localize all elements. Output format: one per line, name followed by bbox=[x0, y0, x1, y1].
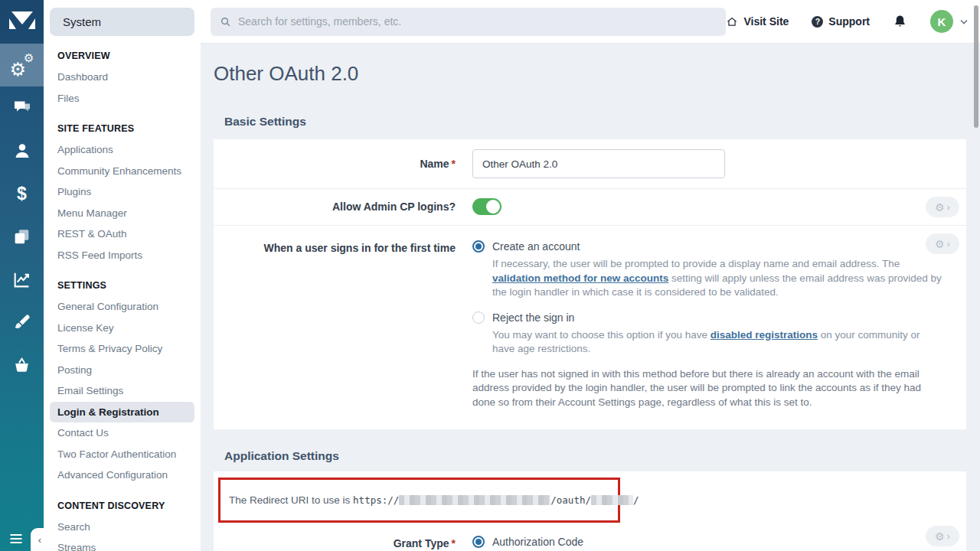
setting-options-button[interactable]: ⚙ › bbox=[926, 526, 959, 546]
sidebar-item-files[interactable]: Files bbox=[50, 88, 194, 109]
global-search[interactable] bbox=[211, 8, 726, 36]
radio-unselected-icon[interactable] bbox=[472, 311, 485, 324]
application-settings-heading: Application Settings bbox=[224, 449, 966, 463]
name-input[interactable] bbox=[472, 149, 725, 178]
sidebar-item-advanced-configuration[interactable]: Advanced Configuration bbox=[50, 465, 194, 486]
setting-row-name: Name* bbox=[214, 139, 966, 188]
rail-item-community[interactable] bbox=[0, 86, 44, 129]
sidebar-item-streams[interactable]: Streams bbox=[50, 537, 194, 551]
first-signin-note: If the user has not signed in with this … bbox=[472, 367, 952, 410]
admin-login-toggle[interactable] bbox=[472, 198, 501, 215]
required-marker: * bbox=[452, 158, 456, 170]
rail-item-stats[interactable] bbox=[0, 258, 44, 301]
sidebar-item-menu-manager[interactable]: Menu Manager bbox=[50, 203, 194, 224]
link-disabled-registrations[interactable]: disabled registrations bbox=[710, 329, 818, 341]
notifications-button[interactable] bbox=[893, 14, 907, 29]
radio-selected-icon[interactable] bbox=[472, 536, 485, 548]
sidebar-item-rest-oauth[interactable]: REST & OAuth bbox=[50, 223, 194, 245]
rail-item-system[interactable]: ⚙ ⚙ bbox=[0, 44, 44, 86]
sidebar-item-terms-privacy-policy[interactable]: Terms & Privacy Policy bbox=[50, 338, 194, 360]
topbar: Visit Site ? Support K bbox=[201, 0, 980, 44]
visit-site-link[interactable]: Visit Site bbox=[726, 15, 789, 28]
sidebar-item-general-configuration[interactable]: General Configuration bbox=[50, 296, 194, 318]
search-input[interactable] bbox=[238, 15, 717, 28]
grant-type-label: Grant Type* bbox=[214, 535, 472, 551]
pages-icon bbox=[12, 227, 31, 246]
radio-selected-icon[interactable] bbox=[472, 240, 485, 253]
section-heading: CONTENT DISCOVERY bbox=[50, 500, 194, 511]
sidebar-item-search[interactable]: Search bbox=[50, 517, 194, 538]
home-icon bbox=[726, 16, 738, 28]
account-menu[interactable]: K bbox=[930, 10, 968, 33]
topbar-right: Visit Site ? Support K bbox=[726, 10, 968, 33]
setting-options-button[interactable]: ⚙ › bbox=[926, 197, 959, 217]
url-scheme: https:// bbox=[353, 494, 399, 506]
url-path: /oauth/ bbox=[550, 494, 591, 506]
option-description: You may want to choose this option if yo… bbox=[492, 328, 952, 357]
setting-row-grant-type: Grant Type* Authorization Code Implicit … bbox=[214, 523, 966, 551]
section-heading: SITE FEATURES bbox=[50, 123, 194, 134]
dollar-icon: $ bbox=[17, 184, 27, 204]
first-signin-label: When a user signs in for the first time bbox=[214, 240, 472, 409]
setting-options-button[interactable]: ⚙ › bbox=[926, 233, 959, 254]
setting-row-admin-cp-logins: Allow Admin CP logins? ⚙ › bbox=[214, 188, 966, 225]
gear-icon: ⚙ bbox=[935, 202, 945, 213]
radio-option-authorization-code[interactable]: Authorization Code bbox=[472, 535, 952, 549]
chat-icon bbox=[12, 99, 32, 117]
sidebar-item-license-key[interactable]: License Key bbox=[50, 318, 194, 339]
admin-login-label: Allow Admin CP logins? bbox=[214, 201, 472, 213]
rail-item-pages[interactable] bbox=[0, 215, 44, 258]
invision-logo[interactable] bbox=[0, 0, 44, 44]
link-validation-method[interactable]: validation method for new accounts bbox=[492, 272, 668, 284]
sidebar-item-login-registration[interactable]: Login & Registration bbox=[50, 402, 194, 423]
brush-icon bbox=[13, 313, 31, 331]
scrollbar[interactable] bbox=[974, 5, 978, 128]
avatar[interactable]: K bbox=[930, 10, 953, 33]
sidebar-item-plugins[interactable]: Plugins bbox=[50, 181, 194, 203]
url-end: / bbox=[633, 494, 639, 506]
rail-item-commerce[interactable]: $ bbox=[0, 172, 44, 215]
sidebar-item-posting[interactable]: Posting bbox=[50, 360, 194, 381]
option-description: If necessary, the user will be prompted … bbox=[492, 257, 952, 300]
sidebar-item-applications[interactable]: Applications bbox=[50, 139, 194, 161]
section-heading: SETTINGS bbox=[50, 280, 194, 291]
sidebar: System OVERVIEW Dashboard Files SITE FEA… bbox=[44, 0, 201, 551]
app-title: System bbox=[63, 15, 101, 28]
option-label: Reject the sign in bbox=[492, 311, 952, 324]
name-field-label: Name* bbox=[214, 158, 472, 170]
invision-logo-icon bbox=[9, 11, 35, 33]
option-label: Authorization Code bbox=[492, 535, 583, 549]
setting-row-first-signin: When a user signs in for the first time … bbox=[214, 225, 966, 429]
sidebar-item-rss-feed-imports[interactable]: RSS Feed Imports bbox=[50, 245, 194, 266]
required-marker: * bbox=[452, 537, 456, 549]
basic-settings-heading: Basic Settings bbox=[224, 115, 966, 129]
chevron-right-icon: › bbox=[947, 239, 950, 249]
sidebar-collapse-button[interactable]: ‹ bbox=[31, 528, 49, 551]
sidebar-section-content-discovery: CONTENT DISCOVERY Search Streams bbox=[44, 500, 201, 551]
main-area: Visit Site ? Support K bbox=[201, 0, 980, 551]
question-icon: ? bbox=[812, 16, 823, 28]
member-icon bbox=[13, 142, 31, 160]
rail-item-customization[interactable] bbox=[0, 301, 44, 344]
sidebar-item-dashboard[interactable]: Dashboard bbox=[50, 67, 194, 88]
redirect-prefix: The Redirect URI to use is bbox=[229, 494, 350, 506]
rail-item-store[interactable] bbox=[0, 344, 44, 386]
chevron-right-icon: › bbox=[947, 531, 950, 541]
sidebar-section-overview: OVERVIEW Dashboard Files bbox=[44, 51, 201, 109]
option-label: Create an account bbox=[492, 240, 952, 253]
redacted-client-id bbox=[591, 495, 633, 505]
bell-icon bbox=[893, 14, 907, 29]
radio-option-reject-signin[interactable]: Reject the sign in You may want to choos… bbox=[472, 311, 952, 357]
rail-item-members[interactable] bbox=[0, 129, 44, 172]
sidebar-item-email-settings[interactable]: Email Settings bbox=[50, 380, 194, 402]
sidebar-item-two-factor-authentication[interactable]: Two Factor Authentication bbox=[50, 444, 194, 465]
sidebar-item-community-enhancements[interactable]: Community Enhancements bbox=[50, 161, 194, 182]
radio-option-create-account[interactable]: Create an account If necessary, the user… bbox=[472, 240, 952, 300]
app-switcher-system[interactable]: System bbox=[50, 8, 194, 36]
app-rail: ⚙ ⚙ $ bbox=[0, 0, 44, 551]
sidebar-item-contact-us[interactable]: Contact Us bbox=[50, 422, 194, 444]
support-link[interactable]: ? Support bbox=[812, 15, 870, 28]
chevron-left-icon: ‹ bbox=[38, 534, 41, 546]
chevron-down-icon bbox=[960, 19, 968, 24]
menu-toggle-button[interactable] bbox=[8, 533, 25, 548]
